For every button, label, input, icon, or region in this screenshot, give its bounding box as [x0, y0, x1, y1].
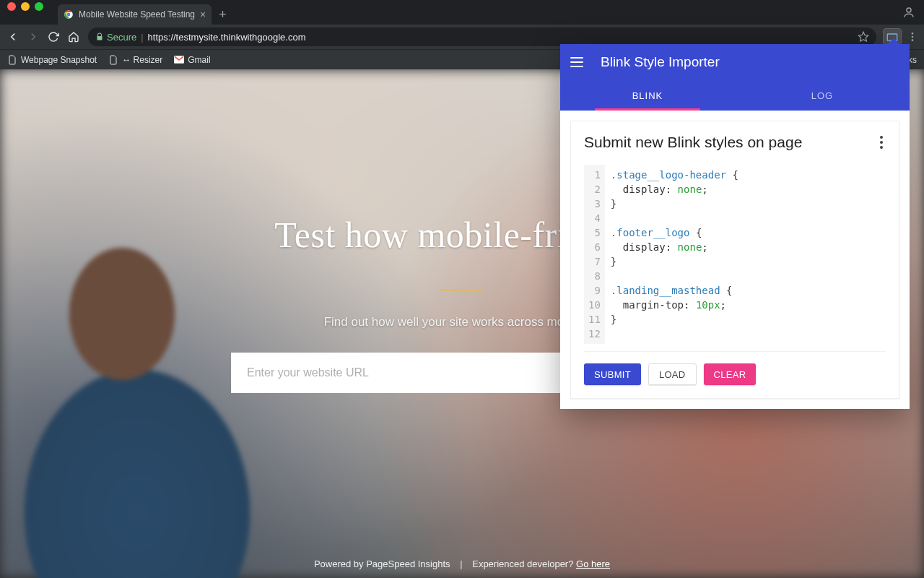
browser-tab[interactable]: Mobile Website Speed Testing × — [58, 4, 212, 25]
close-window-icon[interactable] — [7, 2, 16, 11]
card-title: Submit new Blink styles on page — [584, 134, 802, 151]
bookmark-label: Webpage Snapshot — [21, 55, 97, 65]
hamburger-menu-icon[interactable] — [570, 53, 588, 71]
page-icon — [108, 55, 118, 65]
back-button[interactable] — [6, 30, 20, 44]
card-menu-icon[interactable] — [877, 133, 886, 152]
page-subheading: Find out how well your site works across… — [324, 315, 601, 329]
favicon-icon — [64, 9, 74, 20]
url-text: https://testmysite.thinkwithgoogle.com — [148, 32, 306, 43]
lock-icon: Secure — [95, 32, 136, 43]
load-button[interactable]: LOAD — [648, 363, 697, 385]
clear-button[interactable]: CLEAR — [704, 363, 757, 385]
new-tab-button[interactable]: + — [212, 4, 234, 25]
tab-title: Mobile Website Speed Testing — [79, 9, 195, 20]
gmail-icon — [174, 55, 184, 65]
forward-button[interactable] — [26, 30, 40, 44]
popup-tabs: BLINK LOG — [560, 80, 910, 111]
code-lines: .stage__logo-header { display: none;} .f… — [605, 165, 744, 344]
bookmark-item[interactable]: Gmail — [174, 55, 210, 65]
svg-point-7 — [912, 39, 914, 41]
svg-point-1 — [67, 13, 71, 17]
footer-text: Powered by PageSpeed Insights — [314, 558, 450, 569]
svg-point-6 — [912, 36, 914, 38]
svg-marker-3 — [858, 32, 868, 41]
fullscreen-window-icon[interactable] — [35, 2, 43, 11]
close-tab-icon[interactable]: × — [200, 9, 206, 20]
overflow-menu-icon[interactable] — [907, 31, 918, 43]
popup-header: Blink Style Importer — [560, 44, 910, 80]
svg-point-5 — [912, 33, 914, 35]
bookmark-item[interactable]: Webpage Snapshot — [7, 55, 97, 65]
submit-button[interactable]: SUBMIT — [584, 363, 641, 385]
bookmark-star-icon[interactable] — [858, 31, 869, 43]
tab-strip: Mobile Website Speed Testing × + — [0, 0, 924, 25]
secure-label: Secure — [107, 32, 136, 43]
reload-button[interactable] — [46, 30, 61, 44]
minimize-window-icon[interactable] — [21, 2, 30, 11]
svg-point-2 — [907, 8, 911, 12]
profile-icon[interactable] — [902, 6, 915, 19]
bookmark-label: Gmail — [188, 55, 210, 65]
footer-text: Experienced developer? — [472, 558, 573, 569]
page-icon — [7, 55, 17, 65]
popup-title: Blink Style Importer — [601, 54, 720, 70]
extension-popup: Blink Style Importer BLINK LOG Submit ne… — [560, 44, 910, 409]
home-button[interactable] — [66, 30, 81, 44]
bookmark-label: ↔ Resizer — [122, 55, 162, 65]
code-editor[interactable]: 123456789101112 .stage__logo-header { di… — [584, 165, 886, 352]
footer-link[interactable]: Go here — [576, 558, 610, 569]
bookmark-item[interactable]: ↔ Resizer — [108, 55, 162, 65]
accent-divider — [440, 289, 484, 290]
line-gutter: 123456789101112 — [584, 165, 605, 344]
tab-log[interactable]: LOG — [735, 80, 910, 111]
window-controls — [7, 2, 43, 11]
page-footer: Powered by PageSpeed Insights | Experien… — [0, 558, 924, 569]
tab-blink[interactable]: BLINK — [560, 80, 735, 111]
popup-card: Submit new Blink styles on page 12345678… — [570, 121, 899, 399]
